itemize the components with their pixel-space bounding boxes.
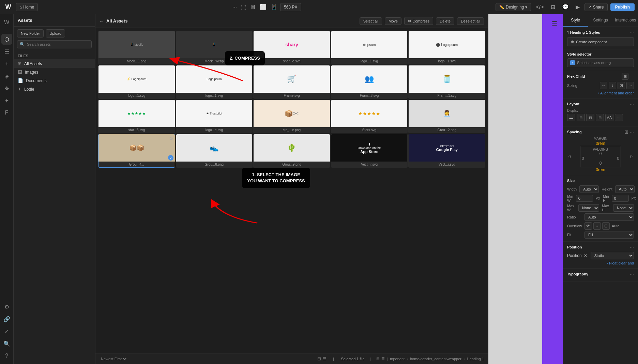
- tab-settings[interactable]: Settings: [588, 14, 613, 27]
- elements-button[interactable]: ⊞: [549, 2, 557, 12]
- sizing-btn-more[interactable]: ···: [626, 82, 634, 89]
- alignment-link[interactable]: › Alignment and order: [598, 91, 634, 95]
- overflow-icon-scroll[interactable]: ↔: [593, 222, 601, 230]
- spacing-expand[interactable]: ⊞: [624, 129, 628, 135]
- overflow-icon-eye[interactable]: 👁: [584, 222, 592, 230]
- asset-item[interactable]: shary shar...o.svg: [253, 31, 330, 64]
- asset-item[interactable]: ★★★★★ Stars.svg: [331, 100, 408, 133]
- asset-item[interactable]: ⬇ Download on the App Store Vect...r.svg: [331, 134, 408, 168]
- layout-more[interactable]: ···: [630, 101, 634, 107]
- typography-more[interactable]: ···: [630, 271, 634, 277]
- asset-item[interactable]: ⚫ Logoipsum logo...1.svg: [408, 31, 485, 64]
- icon-bar-search[interactable]: 🔍: [1, 338, 12, 349]
- sizing-btn-1[interactable]: ↔: [600, 82, 607, 89]
- icon-bar-navigator[interactable]: ◈: [1, 71, 12, 81]
- tab-style[interactable]: Style: [563, 14, 588, 27]
- grid-view-button[interactable]: ⊞: [317, 356, 321, 361]
- sidebar-item-lottie[interactable]: ✦ Lottie: [14, 85, 95, 93]
- asset-item[interactable]: 📱 Mock...webp: [176, 31, 253, 64]
- display-block[interactable]: ▬: [567, 114, 575, 121]
- sizing-btn-3[interactable]: ⊠: [618, 82, 625, 89]
- maxw-select[interactable]: None: [578, 204, 599, 212]
- breadcrumb-item[interactable]: ⊞: [376, 357, 379, 361]
- breadcrumb-wrapper[interactable]: home-header_content-wrapper: [410, 357, 461, 361]
- fit-select[interactable]: Fill: [584, 231, 634, 239]
- icon-bar-logo[interactable]: W: [1, 17, 12, 28]
- play-button[interactable]: ▶: [574, 2, 582, 12]
- icon-bar-settings[interactable]: ⚙: [1, 301, 12, 312]
- upload-button[interactable]: Upload: [46, 29, 65, 37]
- asset-item[interactable]: ⊕ ipsum logo...1.svg: [331, 31, 408, 64]
- new-folder-button[interactable]: New Folder: [17, 29, 44, 37]
- display-inline2[interactable]: AA: [605, 114, 613, 121]
- mobile-icon[interactable]: 📱: [271, 4, 277, 10]
- asset-item[interactable]: 🛒 Frame.svg: [253, 65, 330, 99]
- delete-button[interactable]: Delete: [436, 17, 454, 25]
- section-more-icon[interactable]: ···: [630, 30, 634, 35]
- size-more[interactable]: ···: [630, 178, 634, 183]
- icon-bar-pages[interactable]: ☰: [1, 46, 12, 57]
- minw-input[interactable]: [576, 195, 593, 202]
- display-inline[interactable]: ⊟: [596, 114, 604, 121]
- asset-item[interactable]: GET IT ON Google Play Vect...r.svg: [408, 134, 485, 168]
- asset-item[interactable]: ★ Trustpilot logo...e.svg: [176, 100, 253, 133]
- flex-child-collapse[interactable]: ⊞: [622, 73, 628, 80]
- minh-input[interactable]: [612, 195, 629, 202]
- asset-item[interactable]: 🌵 Grou...9.png: [253, 134, 330, 168]
- desktop-icon[interactable]: 🖥: [250, 4, 256, 10]
- icon-bar-assets[interactable]: ⬡: [1, 34, 12, 45]
- asset-item[interactable]: 👩‍💼 Grou...2.png: [408, 100, 485, 133]
- icon-bar-checklist[interactable]: ✓: [1, 326, 12, 337]
- icon-bar-variables[interactable]: ✦: [1, 95, 12, 106]
- select-all-button[interactable]: Select all: [360, 17, 382, 25]
- icon-bar-components[interactable]: ❖: [1, 83, 12, 94]
- icon-bar-add[interactable]: ＋: [1, 58, 12, 69]
- deselect-all-button[interactable]: Deselect all: [457, 17, 484, 25]
- style-selector-control[interactable]: # Select a class or tag: [567, 58, 634, 67]
- asset-item-selected[interactable]: 📦📦 ⚙ Grou...4... ✓: [98, 134, 175, 168]
- maximize-icon[interactable]: ⬚: [241, 4, 246, 10]
- overflow-icon-clip[interactable]: ⊡: [602, 222, 610, 230]
- maxh-select[interactable]: None: [613, 204, 634, 212]
- icon-bar-cms[interactable]: F: [1, 107, 12, 118]
- comment-button[interactable]: 💬: [560, 2, 571, 12]
- publish-button[interactable]: Publish: [610, 3, 635, 11]
- list-view-button[interactable]: ☰: [322, 356, 326, 361]
- designing-button[interactable]: ✏️ Designing ▾: [496, 3, 531, 11]
- code-toggle-button[interactable]: </>: [534, 3, 546, 12]
- search-input[interactable]: [17, 40, 92, 48]
- asset-item[interactable]: ⚡ Logoipsum logo...1.svg: [98, 65, 175, 99]
- icon-bar-integrations[interactable]: 🔗: [1, 314, 12, 324]
- asset-item[interactable]: 📱 Mobile Mock...1.png: [98, 31, 175, 64]
- display-grid[interactable]: ⊞: [577, 114, 585, 121]
- ratio-select[interactable]: Auto: [584, 213, 634, 221]
- breadcrumb-component[interactable]: mponent: [390, 357, 405, 361]
- asset-item[interactable]: ★★★★★ star...5.svg: [98, 100, 175, 133]
- display-flex[interactable]: ⊡: [586, 114, 594, 121]
- sort-select[interactable]: Newest First: [100, 357, 127, 361]
- share-button[interactable]: ↗ Share: [584, 3, 608, 11]
- home-button[interactable]: ⌂ Home: [16, 3, 38, 11]
- create-component-button[interactable]: ⊕ Create component: [567, 37, 634, 46]
- display-more[interactable]: ···: [615, 114, 623, 121]
- position-select[interactable]: Static: [591, 252, 634, 259]
- tab-interactions[interactable]: Interactions: [613, 14, 638, 27]
- asset-item[interactable]: 📦✂ cta_...e.png: [253, 100, 330, 133]
- sidebar-item-images[interactable]: 🖼 Images: [14, 68, 95, 76]
- compress-button[interactable]: ⊛ Compress: [404, 17, 433, 25]
- breadcrumb-heading[interactable]: Heading 1: [467, 357, 484, 361]
- sizing-btn-2[interactable]: ↕: [609, 82, 616, 89]
- breadcrumb-item[interactable]: ☰: [381, 357, 385, 361]
- tablet-icon[interactable]: ⬜: [260, 4, 267, 10]
- sidebar-item-all-assets[interactable]: ⊞ All Assets: [14, 59, 95, 68]
- asset-item[interactable]: 👥 Fram...8.svg: [331, 65, 408, 99]
- sidebar-item-documents[interactable]: 📄 Documents: [14, 76, 95, 85]
- back-button[interactable]: ←: [100, 19, 104, 24]
- more-dots[interactable]: ···: [232, 4, 237, 10]
- flex-child-more[interactable]: ···: [630, 73, 634, 80]
- asset-item[interactable]: 🫙 Fram...1.svg: [408, 65, 485, 99]
- position-more[interactable]: ···: [630, 244, 634, 250]
- width-select[interactable]: Auto: [579, 185, 599, 193]
- move-button[interactable]: Move: [385, 17, 401, 25]
- asset-item[interactable]: Logoipsum logo...1.svg: [176, 65, 253, 99]
